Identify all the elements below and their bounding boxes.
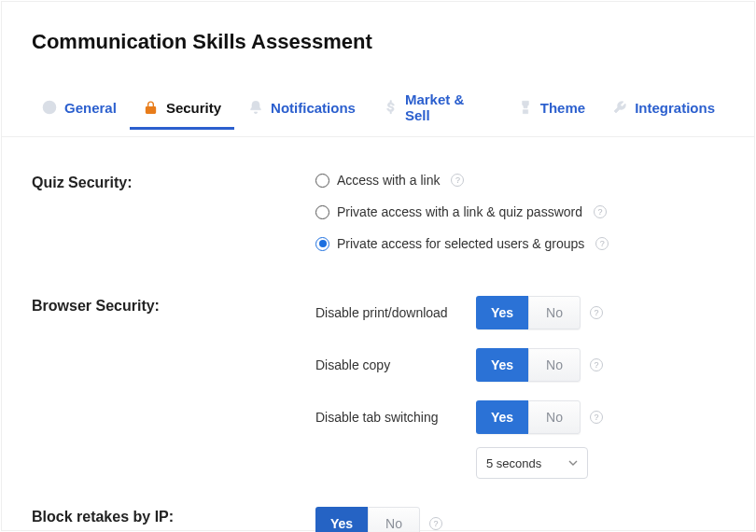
radio-private-password[interactable]: Private access with a link & quiz passwo… bbox=[315, 204, 754, 219]
toggle-disable-tab-switching: Disable tab switching Yes No ? bbox=[315, 400, 754, 434]
lock-icon bbox=[143, 99, 160, 116]
section-label: Quiz Security: bbox=[32, 173, 315, 191]
dollar-icon bbox=[382, 99, 399, 116]
help-icon[interactable]: ? bbox=[590, 358, 603, 371]
page-title: Communication Skills Assessment bbox=[2, 2, 754, 54]
radio-icon bbox=[315, 174, 329, 188]
wrench-icon bbox=[611, 99, 628, 116]
help-icon[interactable]: ? bbox=[590, 306, 603, 319]
yes-button[interactable]: Yes bbox=[476, 296, 528, 329]
radio-access-link[interactable]: Access with a link ? bbox=[315, 173, 754, 188]
toggle-disable-copy: Disable copy Yes No ? bbox=[315, 348, 754, 382]
brush-icon bbox=[517, 99, 534, 116]
toggle-label: Disable print/download bbox=[315, 305, 476, 320]
tab-integrations[interactable]: Integrations bbox=[598, 93, 728, 129]
radio-private-users-groups[interactable]: Private access for selected users & grou… bbox=[315, 236, 754, 251]
no-button[interactable]: No bbox=[528, 400, 581, 434]
yes-no-toggle: Yes No bbox=[476, 400, 581, 434]
bell-icon bbox=[247, 99, 264, 116]
yes-button[interactable]: Yes bbox=[476, 400, 528, 434]
tab-security[interactable]: Security bbox=[130, 93, 234, 129]
tab-switch-timeout-select[interactable]: 5 seconds bbox=[476, 447, 588, 479]
help-icon[interactable]: ? bbox=[595, 237, 609, 250]
yes-button[interactable]: Yes bbox=[476, 348, 528, 382]
radio-label: Private access for selected users & grou… bbox=[337, 236, 584, 251]
radio-icon bbox=[315, 205, 329, 219]
toggle-label: Disable copy bbox=[315, 357, 476, 372]
toggle-label: Disable tab switching bbox=[315, 410, 476, 425]
yes-no-toggle: Yes No bbox=[315, 507, 420, 532]
help-icon[interactable]: ? bbox=[590, 411, 603, 424]
no-button[interactable]: No bbox=[528, 296, 581, 329]
help-icon[interactable]: ? bbox=[594, 205, 607, 218]
section-label: Browser Security: bbox=[32, 296, 315, 315]
no-button[interactable]: No bbox=[368, 507, 420, 532]
help-icon[interactable]: ? bbox=[429, 517, 442, 530]
block-retakes-section: Block retakes by IP: Yes No ? bbox=[32, 507, 754, 532]
check-circle-icon bbox=[41, 99, 58, 116]
yes-no-toggle: Yes No bbox=[476, 348, 581, 382]
no-button[interactable]: No bbox=[528, 348, 581, 382]
help-icon[interactable]: ? bbox=[451, 174, 464, 187]
radio-label: Access with a link bbox=[337, 173, 440, 188]
browser-security-section: Browser Security: Disable print/download… bbox=[32, 296, 754, 479]
radio-label: Private access with a link & quiz passwo… bbox=[337, 204, 582, 219]
tab-market-sell[interactable]: Market & Sell bbox=[369, 86, 504, 136]
tab-label: Notifications bbox=[271, 100, 356, 116]
yes-button[interactable]: Yes bbox=[315, 507, 368, 532]
tab-label: Theme bbox=[540, 100, 585, 116]
yes-no-toggle: Yes No bbox=[476, 296, 581, 329]
tab-theme[interactable]: Theme bbox=[504, 93, 598, 129]
toggle-disable-print-download: Disable print/download Yes No ? bbox=[315, 296, 754, 329]
tabs-bar: General Security Notifications Market & … bbox=[2, 86, 754, 137]
tab-label: Security bbox=[166, 100, 221, 116]
toggle-block-retakes: Yes No ? bbox=[315, 507, 754, 532]
select-value: 5 seconds bbox=[486, 456, 541, 470]
section-label: Block retakes by IP: bbox=[32, 507, 315, 525]
tab-general[interactable]: General bbox=[28, 93, 130, 129]
tab-label: Integrations bbox=[635, 100, 715, 116]
chevron-down-icon bbox=[568, 458, 578, 468]
tab-label: General bbox=[64, 100, 117, 116]
quiz-security-section: Quiz Security: Access with a link ? Priv… bbox=[32, 173, 754, 268]
tab-label: Market & Sell bbox=[405, 91, 491, 123]
tab-notifications[interactable]: Notifications bbox=[234, 93, 369, 129]
radio-icon bbox=[315, 237, 329, 251]
